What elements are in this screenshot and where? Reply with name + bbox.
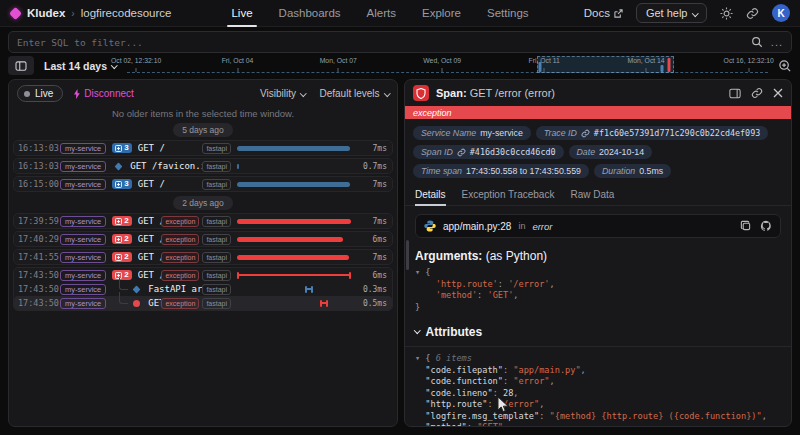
stack-frame-card[interactable]: app/main.py:28 in error (415, 214, 781, 238)
tag-fastapi[interactable]: fastapi (202, 234, 231, 245)
live-panel: Live Disconnect Visibility Default level… (8, 79, 398, 427)
children-count-badge[interactable]: 3 (112, 143, 131, 153)
close-icon[interactable] (773, 88, 783, 98)
search-icon[interactable] (751, 36, 763, 48)
duration-bar-zone (237, 251, 355, 263)
nav-tab-explore[interactable]: Explore (422, 0, 461, 27)
trace-tags: exceptionfastapi (161, 298, 231, 309)
span-header: Span: GET /error (error) (405, 80, 791, 106)
attributes-heading[interactable]: Attributes (405, 315, 791, 347)
disconnect-label: Disconnect (84, 88, 133, 99)
meta-pill-trace-id[interactable]: Trace ID#f1c60e57391d771c290c0b22cd4ef09… (536, 126, 768, 140)
children-count-badge[interactable]: 2 (112, 234, 131, 244)
get-help-button[interactable]: Get help (636, 3, 707, 23)
timeline-tick-label: Oct 02, 12:32:10 (111, 57, 161, 64)
trace-label: GET / (138, 179, 203, 189)
service-pill[interactable]: my-service (60, 298, 106, 309)
time-range-label: Last 14 days (44, 60, 107, 72)
trace-label: GET /error (138, 216, 162, 226)
tag-fastapi[interactable]: fastapi (202, 270, 231, 281)
tag-exception[interactable]: exception (161, 216, 199, 227)
tree-connector-icon (119, 292, 128, 304)
lightning-icon (73, 89, 81, 99)
breadcrumb-separator: › (71, 8, 74, 19)
children-count-badge[interactable]: 3 (112, 179, 131, 189)
detail-tab-details[interactable]: Details (415, 189, 446, 205)
tag-exception[interactable]: exception (161, 234, 199, 245)
tag-exception[interactable]: exception (161, 270, 199, 281)
service-pill[interactable]: my-service (60, 252, 106, 263)
children-count-badge[interactable]: 2 (112, 216, 131, 226)
service-pill[interactable]: my-service (60, 270, 106, 281)
link-icon[interactable] (751, 87, 763, 99)
live-toggle-button[interactable]: Live (17, 85, 63, 102)
trace-row[interactable]: 17:39:59my-service2GET /errorexceptionfa… (14, 214, 392, 228)
trace-row[interactable]: 17:40:29my-service2GET /errorexceptionfa… (14, 232, 392, 246)
trace-row[interactable]: 16:13:03my-serviceGET /favicon.icofastap… (14, 159, 392, 173)
duration-ibeam (237, 271, 351, 279)
docs-link[interactable]: Docs (584, 7, 623, 19)
tag-fastapi[interactable]: fastapi (202, 284, 231, 295)
tag-exception[interactable]: exception (161, 252, 199, 263)
tag-fastapi[interactable]: fastapi (202, 179, 231, 190)
code-line: 'method': 'GET', (415, 290, 781, 302)
copy-icon[interactable] (740, 220, 751, 231)
avatar[interactable]: K (772, 4, 790, 22)
children-count-badge[interactable]: 2 (112, 252, 131, 262)
tag-fastapi[interactable]: fastapi (202, 252, 231, 263)
code-line: ▾ { 6 items (415, 353, 781, 365)
trace-tags: fastapi (202, 284, 231, 295)
nav-tab-alerts[interactable]: Alerts (367, 0, 396, 27)
trace-row[interactable]: 17:43:50my-service2GET /errorexceptionfa… (14, 268, 392, 282)
trace-row[interactable]: 17:43:50my-serviceFastAPI argumentsfasta… (14, 282, 392, 296)
meta-pill-span-id[interactable]: Span ID#416d30c0ccd46cd0 (413, 145, 564, 159)
tag-fastapi[interactable]: fastapi (202, 298, 231, 309)
github-icon[interactable] (760, 220, 772, 232)
org-name[interactable]: Kludex (27, 7, 65, 19)
service-pill[interactable]: my-service (60, 234, 106, 245)
detail-tab-raw-data[interactable]: Raw Data (570, 189, 614, 205)
toggle-panel-button[interactable] (8, 56, 34, 75)
logfire-logo-icon[interactable] (9, 6, 22, 19)
meta-pill-time-span[interactable]: Time span17:43:50.558 to 17:43:50.559 (413, 164, 589, 178)
service-pill[interactable]: my-service (60, 179, 106, 190)
span-title: Span: GET /error (error) (436, 87, 555, 99)
tag-fastapi[interactable]: fastapi (202, 161, 231, 172)
nav-tab-dashboards[interactable]: Dashboards (279, 0, 341, 27)
service-pill[interactable]: my-service (60, 161, 106, 172)
default-levels-dropdown[interactable]: Default levels (319, 88, 389, 99)
meta-pill-duration[interactable]: Duration0.5ms (594, 164, 671, 178)
more-options-button[interactable]: ... (771, 36, 783, 48)
tag-fastapi[interactable]: fastapi (202, 216, 231, 227)
meta-pill-service-name[interactable]: Service Namemy-service (413, 126, 531, 140)
timeline[interactable]: Oct 02, 12:32:10Fri, Oct 04Mon, Oct 07We… (127, 56, 768, 75)
sql-filter-input[interactable] (17, 37, 751, 48)
meta-pill-date[interactable]: Date2024-10-14 (569, 145, 653, 159)
duration-bar-zone (237, 233, 355, 245)
visibility-dropdown[interactable]: Visibility (260, 88, 305, 99)
service-pill[interactable]: my-service (60, 143, 106, 154)
duration-bar-zone (237, 178, 355, 190)
trace-row[interactable]: 17:41:55my-service2GET /errorexceptionfa… (14, 250, 392, 264)
disconnect-button[interactable]: Disconnect (73, 88, 133, 99)
nav-tab-live[interactable]: Live (231, 0, 252, 27)
detail-tab-exception-traceback[interactable]: Exception Traceback (462, 189, 555, 205)
project-name[interactable]: logfirecodesource (81, 7, 172, 19)
time-group-chip: 5 days ago (173, 123, 233, 137)
panel-scrollbar[interactable] (406, 240, 409, 270)
zoom-in-button[interactable] (778, 59, 792, 73)
timeline-tick-label: Wed, Oct 09 (423, 57, 461, 64)
theme-toggle-button[interactable] (720, 7, 733, 20)
service-pill[interactable]: my-service (60, 284, 106, 295)
nav-tab-settings[interactable]: Settings (487, 0, 529, 27)
time-range-dropdown[interactable]: Last 14 days (44, 60, 117, 72)
dock-panel-icon[interactable] (729, 88, 741, 99)
service-pill[interactable]: my-service (60, 216, 106, 227)
tag-fastapi[interactable]: fastapi (202, 143, 231, 154)
share-link-button[interactable] (746, 7, 759, 20)
tag-exception[interactable]: exception (161, 298, 199, 309)
trace-row[interactable]: 16:15:00my-service3GET /fastapi7ms (14, 177, 392, 191)
trace-row[interactable]: 17:43:50my-serviceGET /error (error)exce… (14, 296, 392, 310)
code-line: "method": "GET", (415, 422, 781, 427)
trace-row[interactable]: 16:13:03my-service3GET /fastapi7ms (14, 141, 392, 155)
